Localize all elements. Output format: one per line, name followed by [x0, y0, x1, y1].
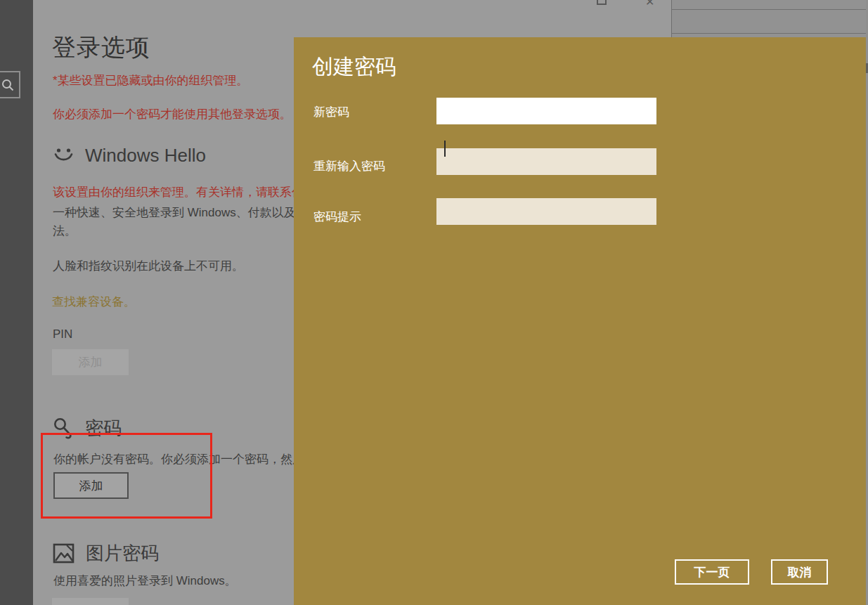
search-icon — [1, 78, 15, 92]
windows-hello-section-header: Windows Hello — [53, 145, 206, 167]
search-input[interactable] — [0, 71, 20, 98]
cancel-button[interactable]: 取消 — [771, 559, 828, 585]
next-page-button[interactable]: 下一页 — [675, 559, 749, 585]
close-icon[interactable]: ✕ — [645, 0, 654, 8]
need-password-warning: 你必须添加一个密码才能使用其他登录选项。 — [53, 106, 292, 122]
picture-password-section-header: 图片密码 — [53, 541, 159, 566]
password-add-button[interactable]: 添加 — [53, 472, 129, 499]
password-hint-label: 密码提示 — [313, 209, 361, 225]
smiley-hello-icon — [53, 145, 74, 166]
pin-add-button[interactable]: 添加 — [52, 349, 129, 375]
key-icon — [53, 417, 74, 441]
new-password-field[interactable] — [436, 98, 656, 124]
hello-unavailable-text: 人脸和指纹识别在此设备上不可用。 — [53, 258, 244, 274]
new-password-label: 新密码 — [313, 104, 349, 120]
reenter-password-field[interactable] — [436, 148, 656, 175]
dialog-title: 创建密码 — [312, 53, 396, 82]
password-section-header: 密码 — [53, 416, 122, 441]
reenter-password-label: 重新输入密码 — [313, 158, 385, 174]
pin-label: PIN — [53, 327, 72, 341]
managed-settings-warning: *某些设置已隐藏或由你的组织管理。 — [53, 72, 249, 89]
password-section-title: 密码 — [85, 416, 122, 441]
password-hint-field[interactable] — [436, 198, 656, 225]
maximize-icon[interactable] — [596, 0, 607, 6]
text-cursor — [444, 141, 446, 157]
hello-description-line2: 法。 — [53, 223, 77, 239]
page-title: 登录选项 — [52, 32, 150, 64]
picture-password-title: 图片密码 — [86, 541, 159, 566]
create-password-dialog: 创建密码 新密码 重新输入密码 密码提示 下一页 取消 — [294, 37, 866, 605]
background-window-pane — [671, 0, 866, 37]
picture-icon — [53, 542, 75, 564]
row-divider — [672, 33, 867, 34]
picture-password-description: 使用喜爱的照片登录到 Windows。 — [53, 573, 237, 589]
find-compatible-device-link[interactable]: 查找兼容设备。 — [52, 294, 136, 310]
picture-password-add-button[interactable] — [52, 598, 129, 605]
row-divider — [672, 9, 867, 10]
screen: 登录选项 *某些设置已隐藏或由你的组织管理。 你必须添加一个密码才能使用其他登录… — [0, 0, 868, 605]
windows-hello-title: Windows Hello — [85, 145, 206, 167]
